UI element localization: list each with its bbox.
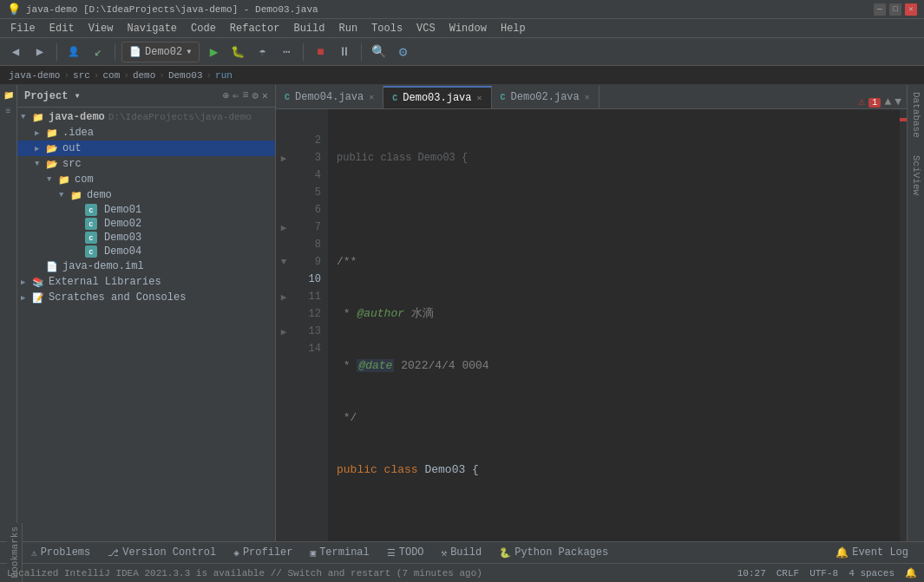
sciview-panel-label[interactable]: SciView xyxy=(908,148,924,202)
tree-item-demo03[interactable]: ▶ C Demo03 xyxy=(17,231,275,245)
debug-button[interactable]: 🐛 xyxy=(227,42,248,62)
tree-item-scratches[interactable]: ▶ 📝 Scratches and Consoles xyxy=(17,290,275,305)
tab-close-demo04[interactable]: ✕ xyxy=(369,92,374,102)
terminal-tab[interactable]: ▣ Terminal xyxy=(302,542,378,564)
forward-button[interactable]: ▶ xyxy=(29,42,50,62)
bc-run[interactable]: run xyxy=(215,70,233,81)
ln-7: 7 xyxy=(292,219,321,236)
menu-build[interactable]: Build xyxy=(286,21,331,36)
menu-code[interactable]: Code xyxy=(184,21,223,36)
ln-1 xyxy=(292,114,321,132)
status-encoding[interactable]: UTF-8 xyxy=(809,568,838,579)
bc-project[interactable]: java-demo xyxy=(9,70,60,81)
left-icon-strip: 📁 ≡ xyxy=(0,85,17,541)
search-button[interactable]: 🔍 xyxy=(368,42,389,62)
tab-scroll-up[interactable]: ▲ xyxy=(884,95,891,108)
python-label: Python Packages xyxy=(514,546,608,559)
tree-item-demo[interactable]: ▼ 📁 demo xyxy=(17,187,275,203)
build-tab[interactable]: ⚒ Build xyxy=(433,542,491,564)
back-button[interactable]: ◀ xyxy=(5,42,26,62)
tree-label-extlibs: External Libraries xyxy=(49,276,161,288)
todo-tab[interactable]: ☰ TODO xyxy=(378,542,433,564)
problems-tab[interactable]: ⚠ Problems xyxy=(23,542,99,564)
tab-demo04[interactable]: C Demo04.java ✕ xyxy=(276,86,383,108)
menu-window[interactable]: Window xyxy=(442,21,494,36)
tree-item-com[interactable]: ▼ 📁 com xyxy=(17,172,275,187)
tree-item-root[interactable]: ▼ 📁 java-demo D:\IdeaProjects\java-demo xyxy=(17,109,275,125)
bc-src[interactable]: src xyxy=(73,70,90,81)
project-close-btn[interactable]: ✕ xyxy=(262,89,268,102)
structure-icon[interactable]: ≡ xyxy=(2,104,16,118)
run-config-label: Demo02 xyxy=(145,46,182,58)
project-locate-btn[interactable]: ⊕ xyxy=(223,89,229,102)
close-button[interactable]: ✕ xyxy=(905,3,917,16)
bc-demo[interactable]: demo xyxy=(133,70,155,81)
project-collapse-btn[interactable]: ⇐ xyxy=(233,89,239,102)
run-config-dropdown[interactable]: 📄 Demo02 ▾ xyxy=(121,42,200,62)
menu-help[interactable]: Help xyxy=(494,21,533,36)
gutter-1 xyxy=(276,114,292,132)
status-indent[interactable]: 4 spaces xyxy=(849,568,895,579)
database-panel-label[interactable]: Database xyxy=(908,85,924,145)
event-log-tab[interactable]: 🔔 Event Log xyxy=(827,542,917,564)
tree-item-iml[interactable]: ▶ 📄 java-demo.iml xyxy=(17,258,275,274)
tree-item-extlibs[interactable]: ▶ 📚 External Libraries xyxy=(17,274,275,290)
ln-8: 8 xyxy=(292,236,321,253)
minimize-button[interactable]: ─ xyxy=(874,3,886,16)
python-packages-tab[interactable]: 🐍 Python Packages xyxy=(490,542,617,564)
gutter-fold-9[interactable]: ▼ xyxy=(276,253,292,271)
tree-item-out[interactable]: ▶ 📂 out xyxy=(17,141,275,156)
tree-item-demo04[interactable]: ▶ C Demo04 xyxy=(17,245,275,258)
maximize-button[interactable]: □ xyxy=(889,3,901,16)
tab-scroll-down[interactable]: ▼ xyxy=(895,95,901,108)
run-with-coverage[interactable]: ☂ xyxy=(252,42,272,62)
profiler-tab[interactable]: ◈ Profiler xyxy=(225,542,301,564)
gutter-fold-13[interactable]: ▶ xyxy=(276,323,292,340)
project-options-btn[interactable]: ≡ xyxy=(242,89,248,102)
error-count-badge[interactable]: ⚠1 xyxy=(859,95,881,108)
menu-vcs[interactable]: VCS xyxy=(410,21,442,36)
project-settings-btn[interactable]: ⚙ xyxy=(252,89,259,102)
tab-close-demo03[interactable]: ✕ xyxy=(477,93,482,103)
toolbar-sep-3 xyxy=(303,43,304,61)
bc-demo03[interactable]: Demo03 xyxy=(168,70,203,81)
tab-demo02[interactable]: C Demo02.java ✕ xyxy=(492,86,600,108)
version-control-tab[interactable]: ⎇ Version Control xyxy=(99,542,225,564)
title-bar-controls[interactable]: ─ □ ✕ xyxy=(874,3,917,16)
tree-item-demo01[interactable]: ▶ C Demo01 xyxy=(17,203,275,217)
gutter-fold-11[interactable]: ▶ xyxy=(276,288,292,305)
stop-button[interactable]: ■ xyxy=(310,42,331,62)
status-line-ending[interactable]: CRLF xyxy=(777,568,799,579)
menu-run[interactable]: Run xyxy=(331,21,364,36)
java-class-icon: C xyxy=(85,232,97,244)
pause-button[interactable]: ⏸ xyxy=(334,42,355,62)
tree-item-demo02[interactable]: ▶ C Demo02 xyxy=(17,217,275,231)
tree-item-src[interactable]: ▼ 📂 src xyxy=(17,156,275,172)
tab-label-demo04: Demo04.java xyxy=(295,91,364,103)
code-editor[interactable]: ▶ ▶ ▼ ▶ ▶ 2 3 4 5 6 7 xyxy=(276,109,907,541)
vcs-update[interactable]: ↙ xyxy=(88,42,108,62)
more-run[interactable]: ⋯ xyxy=(276,42,297,62)
code-line-1: public class Demo03 { xyxy=(337,149,891,167)
gutter-fold-7[interactable]: ▶ xyxy=(276,219,292,236)
menu-edit[interactable]: Edit xyxy=(43,21,82,36)
run-button[interactable]: ▶ xyxy=(203,42,224,62)
gutter-fold-3[interactable]: ▶ xyxy=(276,149,292,167)
menu-view[interactable]: View xyxy=(82,21,121,36)
bc-com[interactable]: com xyxy=(102,70,120,81)
bookmarks-label[interactable]: Bookmarks xyxy=(7,523,23,581)
menu-refactor[interactable]: Refactor xyxy=(223,21,287,36)
code-content[interactable]: public class Demo03 { /** * @author 水滴 *… xyxy=(328,109,900,541)
project-icon[interactable]: 📁 xyxy=(2,88,16,102)
menu-tools[interactable]: Tools xyxy=(364,21,410,36)
menu-navigate[interactable]: Navigate xyxy=(120,21,184,36)
profile-button[interactable]: 👤 xyxy=(63,42,84,62)
tab-demo03[interactable]: C Demo03.java ✕ xyxy=(383,86,491,108)
tab-close-demo02[interactable]: ✕ xyxy=(585,92,590,102)
menu-file[interactable]: File xyxy=(3,21,43,36)
tree-item-idea[interactable]: ▶ 📁 .idea xyxy=(17,125,275,141)
error-stripe[interactable] xyxy=(900,109,907,541)
settings-button[interactable]: ⚙ xyxy=(392,42,413,62)
status-notification[interactable]: 🔔 xyxy=(905,567,917,579)
expand-arrow: ▼ xyxy=(21,113,31,121)
